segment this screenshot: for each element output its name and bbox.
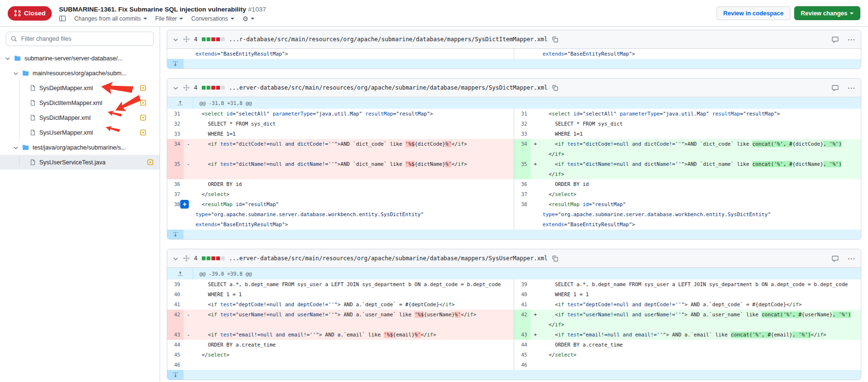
collapse-chevron-icon[interactable]	[173, 36, 179, 43]
tree-file-sysdictitemmapper-xml[interactable]: SysDictItemMapper.xml	[0, 95, 160, 110]
sidebar-toggle-icon[interactable]	[59, 15, 66, 22]
code-token: resultMap	[205, 201, 232, 208]
kebab-menu-icon[interactable]: ···	[848, 36, 856, 43]
line-number[interactable]: 44	[514, 340, 531, 350]
line-number[interactable]: 43	[514, 330, 531, 340]
expand-down-button[interactable]	[167, 370, 184, 380]
tree-folder-main-resources-org-apache-subm-[interactable]: main/resources/org/apache/subm...	[0, 66, 160, 81]
chevron-down-icon[interactable]	[5, 56, 11, 61]
file-filter-dropdown[interactable]: File filter	[155, 15, 183, 22]
line-number[interactable]: 36	[514, 179, 531, 189]
line-number[interactable]: 46	[514, 360, 531, 370]
code-cell: <if test="dictCode!=null and dictCode!='…	[540, 139, 861, 159]
line-number[interactable]: 43	[167, 330, 184, 340]
collapse-chevron-icon[interactable]	[173, 85, 179, 91]
tree-file-sysusermapper-xml[interactable]: SysUserMapper.xml	[0, 125, 160, 140]
conversations-dropdown[interactable]: Conversations	[191, 15, 234, 22]
line-number[interactable]: 42	[514, 310, 531, 330]
line-number[interactable]: 33	[514, 129, 531, 139]
line-number[interactable]: 45	[514, 350, 531, 360]
line-number[interactable]: 40	[514, 289, 531, 300]
line-number[interactable]	[167, 49, 184, 59]
line-number[interactable]: 34	[167, 139, 184, 159]
line-number[interactable]: 37	[167, 189, 184, 199]
comment-icon[interactable]	[832, 84, 839, 92]
line-number[interactable]: 31	[514, 109, 531, 119]
line-number[interactable]: 39	[167, 279, 184, 289]
code-cell: ORDER BY id	[193, 179, 514, 189]
copy-path-icon[interactable]	[552, 255, 558, 262]
line-number[interactable]	[514, 49, 531, 59]
code-line: extends="BaseEntityResultMap">	[196, 220, 514, 230]
line-number[interactable]: 46	[167, 360, 184, 370]
chevron-down-icon[interactable]	[13, 145, 19, 150]
chevron-down-icon[interactable]	[13, 70, 19, 76]
diff-sign: +	[531, 139, 540, 159]
code-line: </if>	[543, 320, 861, 330]
line-number[interactable]: 32	[514, 119, 531, 129]
file-filter-input[interactable]	[20, 35, 149, 43]
drag-handle-icon[interactable]	[183, 36, 190, 43]
kebab-menu-icon[interactable]: ···	[848, 255, 856, 262]
code-token: '%$	[384, 332, 393, 338]
code-token: extends	[196, 221, 217, 228]
line-number[interactable]: 45	[167, 350, 184, 360]
code-token: <	[543, 332, 558, 338]
comment-icon[interactable]	[832, 255, 839, 262]
code-token: SELECT * FROM sys_dict	[196, 121, 276, 127]
diff-sign	[531, 360, 540, 370]
line-number[interactable]: 35	[167, 159, 184, 179]
code-token: >	[226, 352, 229, 358]
line-number[interactable]: 40	[167, 289, 184, 300]
line-number[interactable]: 31	[167, 109, 184, 119]
diff-side-new: 37 </select>	[514, 189, 861, 199]
line-number[interactable]: 44	[167, 340, 184, 350]
code-cell: <if test="deptCode!=null and deptCode!='…	[540, 300, 861, 310]
code-line	[196, 360, 514, 370]
diff-sign: -	[184, 310, 193, 330]
expand-up-button[interactable]	[167, 268, 193, 279]
tree-folder-submarine-server-server-database-[interactable]: submarine-server/server-database/...	[0, 51, 160, 66]
line-number[interactable]: 41	[514, 300, 531, 310]
diff-side-old: 39 SELECT a.*, b.dept_name FROM sys_user…	[167, 279, 514, 289]
line-number[interactable]: 35	[514, 159, 531, 179]
collapse-chevron-icon[interactable]	[173, 255, 179, 262]
review-in-codespace-button[interactable]: Review in codespace	[717, 6, 790, 20]
code-line: </select>	[543, 350, 861, 360]
line-number[interactable]: 33	[167, 129, 184, 139]
line-number[interactable]: 38	[514, 199, 531, 230]
code-line: <resultMap id="resultMap"	[543, 199, 861, 209]
tree-file-sysdeptmapper-xml[interactable]: SysDeptMapper.xml	[0, 81, 160, 95]
drag-handle-icon[interactable]	[183, 84, 190, 91]
expand-up-button[interactable]	[167, 97, 193, 109]
code-token: "org.apache.submarine.server.database.wo…	[211, 211, 424, 218]
expand-down-button[interactable]	[167, 230, 184, 239]
review-changes-button[interactable]: Review changes	[794, 6, 860, 20]
code-token: >	[561, 171, 564, 177]
comment-icon[interactable]	[832, 36, 839, 43]
hunk-range: @@ -39,8 +39,8 @@	[193, 271, 252, 277]
line-number[interactable]: 39	[514, 279, 531, 289]
line-number[interactable]: 32	[167, 119, 184, 129]
code-token: </	[451, 141, 458, 147]
code-line: type="org.apache.submarine.server.databa…	[196, 209, 514, 220]
drag-handle-icon[interactable]	[183, 255, 190, 262]
copy-path-icon[interactable]	[552, 36, 558, 43]
changes-from-dropdown[interactable]: Changes from all commits	[74, 15, 147, 22]
line-number[interactable]: 37	[514, 189, 531, 199]
kebab-menu-icon[interactable]: ···	[848, 84, 856, 92]
expand-down-button[interactable]	[167, 59, 184, 69]
add-comment-button[interactable]: +	[180, 200, 189, 208]
gear-dropdown[interactable]: ⚙	[243, 15, 255, 23]
code-token: >	[430, 111, 433, 117]
tree-file-sysdictmapper-xml[interactable]: SysDictMapper.xml	[0, 110, 160, 125]
tree-folder-test-java-org-apache-submarine-s-[interactable]: test/java/org/apache/submarine/s...	[0, 140, 160, 155]
code-token: resultMap	[552, 201, 579, 208]
line-number[interactable]: 34	[514, 139, 531, 159]
code-token: "BaseEntityResultMap"	[567, 51, 632, 57]
line-number[interactable]: 36	[167, 179, 184, 189]
line-number[interactable]: 42	[167, 310, 184, 330]
tree-file-sysuserservicetest-java[interactable]: SysUserServiceTest.java	[0, 155, 160, 170]
line-number[interactable]: 41	[167, 300, 184, 310]
copy-path-icon[interactable]	[552, 84, 558, 91]
